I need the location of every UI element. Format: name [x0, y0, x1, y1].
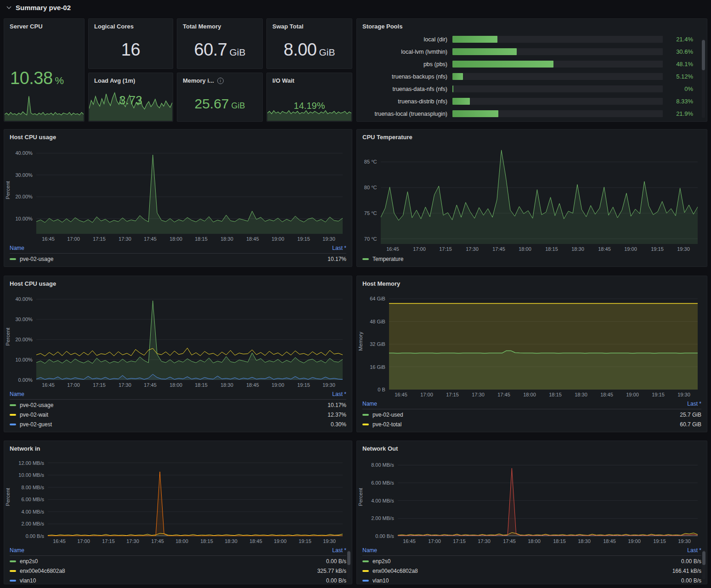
- time-series-chart[interactable]: 10.00%20.00%30.00%40.00%16:4517:0017:151…: [5, 143, 349, 243]
- legend-sort-last[interactable]: Last *: [332, 547, 346, 554]
- series-color-swatch: [10, 258, 16, 260]
- chart-canvas[interactable]: [48, 458, 343, 536]
- panel-swap-total: Swap Total 8.00GiB: [266, 18, 352, 69]
- series-color-swatch: [362, 570, 369, 572]
- info-icon[interactable]: i: [217, 78, 224, 84]
- series-toggle[interactable]: enx00e04c6802a8: [362, 568, 418, 574]
- x-axis-tick-label: 19:30: [674, 538, 694, 544]
- x-axis-tick-label: 17:00: [73, 538, 94, 544]
- bar-fill: [452, 110, 498, 117]
- row-title[interactable]: Summary pve-02: [16, 4, 71, 11]
- panel-title[interactable]: I/O Wait: [267, 73, 352, 86]
- series-toggle[interactable]: enp2s0: [10, 558, 38, 565]
- legend-sort-last[interactable]: Last *: [687, 547, 701, 554]
- chart-canvas[interactable]: [398, 458, 698, 536]
- y-axis-label: Percent: [358, 458, 365, 536]
- scrollbar[interactable]: [702, 550, 705, 579]
- bar-fill: [452, 48, 517, 55]
- panel-load-avg: Load Avg (1m) 3.73: [88, 73, 173, 122]
- series-toggle[interactable]: vlan10: [10, 577, 36, 584]
- series-toggle[interactable]: pve-02-total: [362, 421, 401, 428]
- legend-header: Name Last *: [10, 546, 346, 556]
- panel-total-memory: Total Memory 60.7GiB: [177, 18, 263, 69]
- time-series-chart[interactable]: 0 B16 GiB32 GiB48 GiB64 GiB16:4517:0017:…: [358, 289, 704, 399]
- chart-canvas[interactable]: [389, 293, 698, 390]
- panel-title[interactable]: Swap Total: [267, 19, 352, 32]
- x-axis-tick-label: 19:00: [622, 391, 643, 398]
- panel-title[interactable]: Load Avg (1m): [89, 73, 173, 86]
- dashboard-row-header[interactable]: Summary pve-02: [0, 0, 71, 15]
- chart-canvas[interactable]: [36, 293, 343, 380]
- y-axis-tick-label: 85 °C: [360, 158, 377, 165]
- panel-title[interactable]: Total Memory: [177, 19, 262, 32]
- x-axis-tick-label: 18:00: [166, 236, 186, 242]
- pool-usage-value: 21.9%: [663, 110, 693, 117]
- x-axis-tick-label: 17:30: [474, 538, 494, 544]
- y-axis-tick-label: 6.00 MB/s: [12, 496, 44, 503]
- legend-sort-last[interactable]: Last *: [332, 245, 346, 251]
- series-toggle[interactable]: enx00e04c6802a8: [10, 568, 65, 574]
- legend-header: Name Last *: [10, 244, 346, 254]
- chart-canvas[interactable]: [36, 147, 343, 234]
- scrollbar-thumb[interactable]: [702, 551, 705, 565]
- legend-sort-name[interactable]: Name: [362, 547, 377, 554]
- panel-title[interactable]: Memory i... i: [177, 73, 262, 86]
- bar-fill: [452, 98, 470, 105]
- time-series-chart[interactable]: 0.00%10.00%20.00%30.00%40.00%16:4517:001…: [5, 289, 349, 389]
- panel-title[interactable]: Storage Pools: [357, 19, 707, 32]
- chart-canvas[interactable]: [381, 147, 698, 244]
- series-toggle[interactable]: vlan10: [362, 577, 389, 584]
- panel-title[interactable]: Host Memory: [357, 276, 707, 289]
- scrollbar-thumb[interactable]: [347, 551, 350, 565]
- legend-sort-name[interactable]: Name: [10, 391, 24, 397]
- pool-name: truenas-distrib (nfs): [362, 98, 452, 105]
- panel-title[interactable]: Logical Cores: [89, 19, 173, 32]
- x-axis-tick-label: 18:45: [599, 538, 620, 544]
- stat-number: 16: [121, 40, 140, 59]
- series-last-value: 0.00 B/s: [326, 558, 346, 565]
- panel-title[interactable]: Network Out: [357, 441, 707, 454]
- series-toggle[interactable]: pve-02-usage: [10, 256, 53, 262]
- scrollbar-thumb[interactable]: [702, 40, 705, 70]
- stat-unit: GiB: [229, 47, 245, 57]
- series-toggle[interactable]: enp2s0: [362, 558, 390, 565]
- panel-title[interactable]: Server CPU: [4, 19, 84, 32]
- bar-gauge-row: truenas-backups (nfs) 5.12%: [362, 70, 693, 83]
- legend-sort-last[interactable]: Last *: [332, 391, 346, 397]
- legend: Temperature: [357, 253, 707, 266]
- legend-sort-name[interactable]: Name: [362, 401, 377, 407]
- series-name: vlan10: [372, 577, 389, 584]
- scrollbar[interactable]: [347, 550, 350, 579]
- series-color-swatch: [10, 560, 16, 562]
- series-toggle[interactable]: pve-02-used: [362, 412, 403, 418]
- y-axis-tick-label: 30.00%: [12, 316, 33, 322]
- x-axis-tick-label: 17:15: [98, 538, 118, 544]
- series-color-swatch: [362, 560, 369, 562]
- legend-sort-name[interactable]: Name: [10, 547, 24, 554]
- legend-sort-last[interactable]: Last *: [687, 401, 701, 407]
- legend-sort-name[interactable]: Name: [10, 245, 24, 251]
- time-series-chart[interactable]: 0.00 B/s2.00 MB/s4.00 MB/s6.00 MB/s8.00 …: [358, 454, 704, 545]
- series-toggle[interactable]: pve-02-guest: [10, 421, 52, 428]
- time-series-chart[interactable]: 70 °C75 °C80 °C85 °C16:4517:0017:1517:30…: [358, 143, 704, 253]
- stat-value: 10.38%: [10, 69, 64, 87]
- panel-title[interactable]: Host CPU usage: [4, 130, 352, 143]
- x-axis-tick-label: 17:15: [89, 382, 109, 388]
- x-axis-tick-label: 17:15: [449, 538, 469, 544]
- x-axis-tick-label: 17:15: [89, 236, 109, 242]
- legend-row: Temperature: [362, 254, 701, 264]
- series-line: [36, 155, 343, 222]
- series-toggle[interactable]: pve-02-wait: [10, 412, 48, 418]
- time-series-chart[interactable]: 0.00 B/s2.00 MB/s4.00 MB/s6.00 MB/s8.00 …: [5, 454, 349, 545]
- collapse-chevron-icon[interactable]: [7, 4, 11, 9]
- y-axis-tick-label: 32 GiB: [365, 341, 385, 347]
- panel-title[interactable]: CPU Temperature: [357, 130, 707, 143]
- series-toggle[interactable]: Temperature: [362, 256, 403, 262]
- series-last-value: 0.00 B/s: [326, 577, 346, 584]
- panel-title[interactable]: Network in: [4, 441, 352, 454]
- scrollbar[interactable]: [702, 39, 705, 118]
- series-last-value: 0.30%: [331, 421, 346, 428]
- series-toggle[interactable]: pve-02-usage: [10, 402, 53, 408]
- panel-title[interactable]: Host CPU usage: [4, 276, 352, 289]
- x-axis-tick-label: 18:15: [191, 236, 211, 242]
